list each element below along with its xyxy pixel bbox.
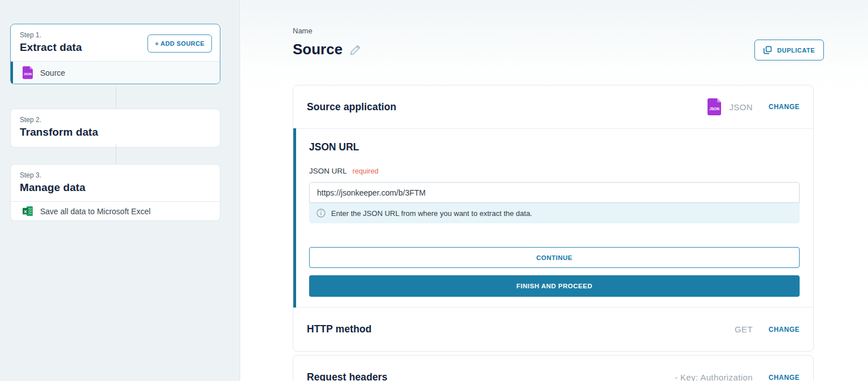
step-title: Extract data (20, 41, 82, 54)
continue-button[interactable]: CONTINUE (309, 247, 800, 268)
svg-text:JSON: JSON (710, 107, 720, 111)
excel-icon: X (23, 206, 33, 216)
step-card-transform-data[interactable]: Step 2. Transform data (10, 109, 220, 148)
add-source-button[interactable]: + ADD SOURCE (147, 34, 212, 53)
source-config-card: Source application JSON JSON CHANGE JSON… (293, 85, 814, 352)
name-label: Name (293, 27, 313, 35)
step-number-label: Step 1. (20, 31, 82, 39)
step-card-extract-data: Step 1. Extract data + ADD SOURCE JSON S… (10, 24, 220, 84)
step-number-label: Step 3. (20, 171, 85, 179)
svg-text:JSON: JSON (24, 72, 32, 76)
step-connector-line (116, 144, 116, 164)
sidebar-item-label: Source (40, 68, 65, 77)
json-url-hint-text: Enter the JSON URL from where you want t… (331, 209, 532, 218)
copy-icon (763, 46, 772, 54)
request-headers-title: Request headers (307, 371, 388, 381)
json-url-input[interactable] (309, 182, 800, 203)
change-http-method-link[interactable]: CHANGE (769, 326, 800, 334)
http-method-title: HTTP method (307, 323, 372, 335)
svg-text:X: X (24, 209, 27, 214)
step-number-label: Step 2. (20, 116, 98, 124)
sidebar-item-save-to-excel[interactable]: X Save all data to Microsoft Excel (11, 201, 220, 220)
source-application-row: Source application JSON JSON CHANGE (293, 85, 813, 129)
step-card-manage-data: Step 3. Manage data X Save all data to M… (10, 164, 220, 221)
info-icon (316, 209, 326, 218)
json-url-hint: Enter the JSON URL from where you want t… (309, 203, 800, 223)
step-connector-line (116, 86, 116, 109)
change-source-application-link[interactable]: CHANGE (769, 103, 800, 111)
json-file-icon: JSON (23, 66, 33, 79)
json-url-section-title: JSON URL (309, 141, 800, 153)
request-headers-row: Request headers - Key: Authorization CHA… (293, 356, 813, 381)
json-url-field-label: JSON URL (309, 167, 347, 175)
sidebar-item-source[interactable]: JSON Source (11, 61, 220, 84)
page-title: Source (293, 41, 342, 58)
duplicate-button[interactable]: DUPLICATE (754, 40, 824, 60)
pipeline-sidebar: Step 1. Extract data + ADD SOURCE JSON S… (0, 0, 240, 381)
edit-pencil-icon[interactable] (349, 44, 362, 56)
step-title: Manage data (20, 181, 85, 194)
http-method-value: GET (735, 324, 753, 334)
source-application-title: Source application (307, 101, 396, 113)
request-headers-value: - Key: Authorization (675, 373, 753, 381)
step-title: Transform data (20, 126, 98, 138)
source-application-value: JSON (729, 102, 753, 112)
json-url-section: JSON URL JSON URL required Enter the JSO… (293, 129, 813, 308)
request-headers-card: Request headers - Key: Authorization CHA… (293, 355, 814, 381)
http-method-row: HTTP method GET CHANGE (293, 308, 813, 351)
required-badge: required (353, 167, 379, 175)
finish-and-proceed-button[interactable]: FINISH AND PROCEED (309, 275, 800, 297)
main-panel: Name Source DUPLICATE Source application (241, 0, 868, 381)
sidebar-item-label: Save all data to Microsoft Excel (40, 207, 150, 216)
change-request-headers-link[interactable]: CHANGE (769, 374, 800, 381)
json-file-icon: JSON (708, 98, 721, 115)
